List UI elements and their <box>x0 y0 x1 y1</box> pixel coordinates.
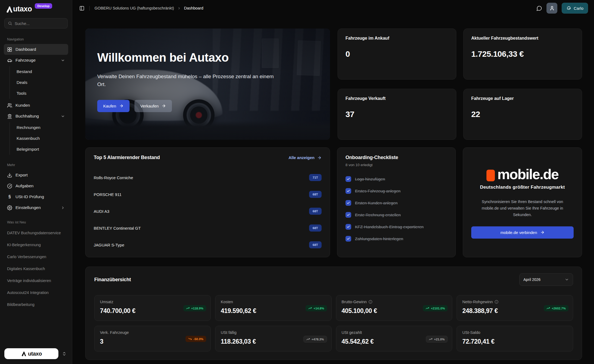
sidebar-item-label: USt-ID Prüfung <box>15 194 44 199</box>
breadcrumb: GOBERU Solutions UG (haftungsbeschränkt)… <box>95 6 203 10</box>
checkbox-checked[interactable] <box>345 200 351 206</box>
sidebar-item-buchhaltung[interactable]: Buchhaltung <box>4 111 68 122</box>
bank-icon <box>7 114 12 119</box>
verkaufen-button[interactable]: Verkaufen <box>134 100 172 112</box>
alle-anzeigen-link[interactable]: Alle anzeigen <box>288 155 322 160</box>
sidebar-item-export[interactable]: Export <box>4 170 68 181</box>
sidebar-item-bestand[interactable]: Bestand <box>15 66 68 77</box>
metric-label: USt gezahlt <box>342 330 447 335</box>
checkbox-checked[interactable] <box>345 236 351 242</box>
chevron-down-icon <box>61 114 65 118</box>
account-button[interactable] <box>546 3 557 14</box>
chevron-down-icon <box>61 58 65 62</box>
whats-new-item-autoscout24[interactable]: Autoscout24 Integration <box>4 287 68 299</box>
top5-list: Rolls-Royce Corniche 71T PORSCHE 911 68T… <box>94 169 322 253</box>
hero-subtitle: Verwalte Deinen Fahrzeugbestand mühelos … <box>97 72 274 88</box>
sidebar-item-label: Buchhaltung <box>15 114 39 119</box>
row-lists: Top 5 Alarmierender Bestand Alle anzeige… <box>85 147 582 257</box>
sidebar-item-dashboard[interactable]: Dashboard <box>4 44 68 55</box>
stat-value: 22 <box>471 110 574 119</box>
vehicle-name: BENTLEY Continental GT <box>94 226 141 230</box>
chat-button[interactable] <box>536 5 542 11</box>
checklist-item[interactable]: Ersten Kunden anlegen <box>345 197 447 209</box>
top5-row[interactable]: Rolls-Royce Corniche 71T <box>94 169 322 186</box>
autaxo-logo-icon-dark <box>21 351 27 357</box>
chevron-down-icon <box>565 277 569 282</box>
checklist-item[interactable]: Zahlungsdaten hinterlegen <box>345 233 447 245</box>
hero-actions: Kaufen Verkaufen <box>97 100 318 112</box>
kaufen-button[interactable]: Kaufen <box>97 100 130 112</box>
sidebar-item-deals[interactable]: Deals <box>15 77 68 88</box>
checklist-label: Zahlungsdaten hinterlegen <box>355 236 403 241</box>
mobilede-card: mobile.de Deutschlands größter Fahrzeugm… <box>463 147 582 257</box>
days-badge: 68T <box>309 241 322 248</box>
checklist-label: Erstes Fahrzeug anlegen <box>355 189 401 193</box>
stat-value: 37 <box>345 110 448 119</box>
verkaufen-label: Verkaufen <box>140 104 159 108</box>
change-badge: +2602.7% <box>544 305 568 311</box>
whats-new-item-carlo-verbesserungen[interactable]: Carlo Verbesserungen <box>4 251 68 263</box>
checklist-item[interactable]: KFZ-Handelsbuch-Eintrag exportieren <box>345 221 447 233</box>
checkbox-checked[interactable] <box>345 212 351 218</box>
sidebar-item-rechnungen[interactable]: Rechnungen <box>15 122 68 133</box>
checkbox-checked[interactable] <box>345 176 351 182</box>
trending-up-icon <box>308 306 312 310</box>
sidebar-item-label: Dashboard <box>15 47 36 52</box>
brand-wordmark: utaxo <box>13 5 32 13</box>
carlo-assistant-button[interactable]: Carlo <box>562 3 588 14</box>
finance-metrics-grid: Umsatz 740.700,00 € +118.9% Kosten 419.5… <box>94 295 573 352</box>
hero-content: Willkommen bei Autaxo Verwalte Deinen Fa… <box>85 29 330 140</box>
whats-new-item-digitales-kassenbuch[interactable]: Digitales Kassenbuch <box>4 263 68 275</box>
top-header: GOBERU Solutions UG (haftungsbeschränkt)… <box>72 0 594 16</box>
sidebar-toggle-button[interactable] <box>79 6 84 11</box>
sidebar-item-label: Aufgaben <box>15 183 33 188</box>
kaufen-label: Kaufen <box>103 104 116 108</box>
sidebar-item-aufgaben[interactable]: Aufgaben <box>4 181 68 191</box>
change-badge: +118.9% <box>183 305 206 311</box>
checklist-item[interactable]: Erste Rechnung erstellen <box>345 209 447 221</box>
checkbox-checked[interactable] <box>345 224 351 230</box>
whats-new-item-vertraege[interactable]: Verträge individualisieren <box>4 275 68 287</box>
info-icon[interactable] <box>369 300 372 304</box>
vehicle-name: JAGUAR S-Type <box>94 243 124 247</box>
fahrzeuge-subnav: Bestand Deals Tools <box>10 66 68 99</box>
info-icon[interactable] <box>495 300 498 304</box>
checkbox-checked[interactable] <box>345 188 351 194</box>
workspace-switcher-button[interactable]: utaxo <box>4 348 58 359</box>
stat-label: Fahrzeuge Verkauft <box>345 96 448 101</box>
metric-label: USt-Saldo <box>462 330 567 335</box>
top5-row[interactable]: JAGUAR S-Type 68T <box>94 236 322 253</box>
sidebar-item-ust-id-pruefung[interactable]: § USt-ID Prüfung <box>4 191 68 202</box>
sidebar-item-label: Export <box>15 173 28 178</box>
top5-row[interactable]: PORSCHE 911 68T <box>94 186 322 203</box>
checklist-item[interactable]: Logo hinzufügen <box>345 173 447 185</box>
search-box[interactable] <box>4 18 68 29</box>
arrow-right-icon <box>540 230 545 235</box>
checklist-item[interactable]: Erstes Fahrzeug anlegen <box>345 185 447 197</box>
workspace-select-toggle[interactable] <box>61 350 68 357</box>
top5-row[interactable]: AUDI A3 68T <box>94 203 322 220</box>
sidebar-item-kunden[interactable]: Kunden <box>4 100 68 111</box>
change-badge: +14.8% <box>306 305 327 311</box>
mobilede-connect-button[interactable]: mobile.de verbinden <box>471 226 574 239</box>
top5-row[interactable]: BENTLEY Continental GT 68T <box>94 220 322 236</box>
sidebar-item-tools[interactable]: Tools <box>15 88 68 99</box>
breadcrumb-company[interactable]: GOBERU Solutions UG (haftungsbeschränkt) <box>95 6 174 10</box>
sidebar-item-fahrzeuge[interactable]: Fahrzeuge <box>4 55 68 66</box>
sidebar-item-belegimport[interactable]: Belegimport <box>15 144 68 155</box>
search-input[interactable] <box>15 21 64 26</box>
whats-new-item-datev[interactable]: DATEV Buchungsdatenservice <box>4 227 68 239</box>
metric-card-ust-gezahlt: USt gezahlt 45.542,62 € +21.0% <box>336 326 452 352</box>
metric-label: USt fällig <box>221 330 326 335</box>
whats-new-item-bildbearbeitung[interactable]: Bildbearbeitung <box>4 299 68 311</box>
whats-new-item-ki-belegerkennung[interactable]: KI-Belegerkennung <box>4 239 68 251</box>
sidebar-footer: utaxo <box>4 348 68 359</box>
sidebar-item-label: Belegimport <box>17 147 39 152</box>
sidebar-item-kassenbuch[interactable]: Kassenbuch <box>15 133 68 144</box>
days-badge: 71T <box>309 174 322 181</box>
header-actions: Carlo <box>536 3 588 14</box>
gear-icon <box>7 205 12 210</box>
check-icon <box>347 237 350 240</box>
period-select[interactable]: April 2026 <box>519 273 573 286</box>
sidebar-item-einstellungen[interactable]: Einstellungen <box>4 202 68 213</box>
